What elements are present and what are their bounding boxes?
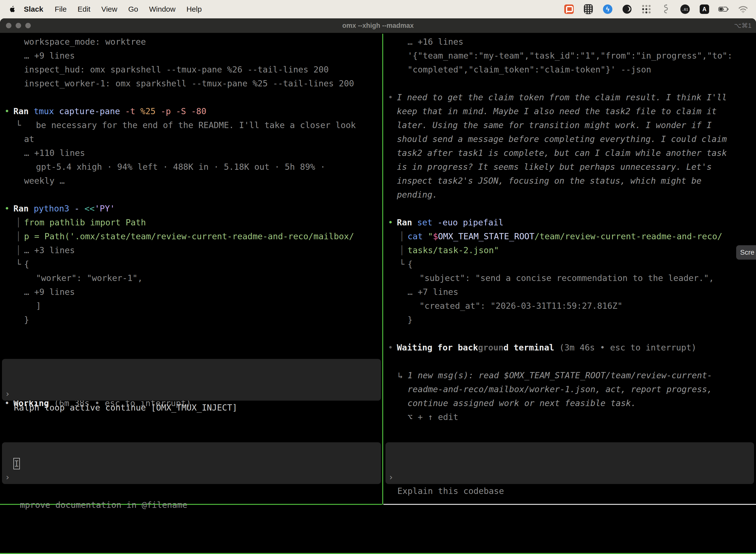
terminal-line: │cat "$OMX_TEAM_STATE_ROOT/team/review-c… <box>383 229 756 243</box>
terminal-line: } <box>0 313 382 327</box>
terminal-line: is in progress? It seems likely but perh… <box>383 160 756 174</box>
terminal-line: •Ran set -euo pipefail <box>383 215 756 229</box>
line-text: inspect_hud: omx sparkshell --tmux-pane … <box>24 63 329 76</box>
keyboard-a-icon[interactable]: A <box>699 4 710 15</box>
terminal-line: gpt-5.4 xhigh · 94% left · 488K in · 5.1… <box>0 160 382 174</box>
terminal-line: keep that in mind. Maybe I also need the… <box>383 104 756 118</box>
terminal-line: … +110 lines <box>0 146 382 160</box>
line-text: Ran set -euo pipefail <box>397 215 504 229</box>
terminal-line: └{ <box>383 257 756 271</box>
squiggle-icon[interactable] <box>660 4 671 15</box>
menu-item-window[interactable]: Window <box>144 0 181 18</box>
line-text: p = Path('.omx/state/team/review-current… <box>24 229 354 243</box>
terminal-line: readme-and-reco/mailbox/worker-1.json, a… <box>383 382 756 396</box>
ralph-loop-line: › Ralph loop active continue [OMX_TMUX_I… <box>2 373 381 387</box>
composer-input-right[interactable]: › Explain this codebase <box>385 442 754 484</box>
dot-grid-icon[interactable] <box>641 4 652 15</box>
terminal-line: workspace_mode: worktree <box>0 35 382 49</box>
terminal-line: "created_at": "2026-03-31T11:59:27.816Z" <box>383 299 756 313</box>
terminal-line: at <box>0 132 382 146</box>
composer-placeholder: Explain this codebase <box>397 484 504 498</box>
gutter-glyph-icon: └ <box>16 257 21 271</box>
terminal-line: "worker": "worker-1", <box>0 271 382 285</box>
terminal-line: … +16 lines <box>383 35 756 49</box>
line-text: is in progress? It seems likely but perh… <box>397 160 712 174</box>
line-text: inspect task2's JSON, focusing on the st… <box>397 174 701 188</box>
tmux-status-bar: [omx-cczip0:bash* "MacBook-Pro-44.local"… <box>0 553 756 554</box>
pie-crescent-icon[interactable] <box>622 4 632 15</box>
composer-left-line: › I mprove documentation in @filename <box>2 456 381 470</box>
line-text: from pathlib import Path <box>24 215 146 229</box>
terminal-line: '{"team_name":"my-team","task_id":"1","f… <box>383 49 756 63</box>
apple-menu-icon[interactable] <box>7 5 17 13</box>
line-text: 1 new msg(s): read $OMX_TEAM_STATE_ROOT/… <box>407 368 712 382</box>
ralph-loop-text: Ralph loop active continue [OMX_TMUX_INJ… <box>14 401 237 414</box>
line-text: gpt-5.4 xhigh · 94% left · 488K in · 5.1… <box>36 160 325 174</box>
bullet-icon: • <box>4 104 9 118</box>
prompt-chevron-icon: › <box>5 387 10 401</box>
line-text: … +7 lines <box>407 285 458 299</box>
menu-item-view[interactable]: View <box>96 0 123 18</box>
gutter-glyph-icon: ↳ <box>398 368 403 382</box>
line-text: "completed","claim_token":"claim-token"}… <box>407 63 651 76</box>
screen-edge-tooltip: Scre <box>736 245 756 260</box>
timer-61-icon[interactable]: ..61 <box>680 4 691 15</box>
menu-item-help[interactable]: Help <box>181 0 207 18</box>
battery-icon[interactable] <box>718 4 729 15</box>
line-text: … +9 lines <box>24 49 75 63</box>
menu-item-edit[interactable]: Edit <box>72 0 96 18</box>
line-text: '{"team_name":"my-team","task_id":"1","f… <box>407 49 733 63</box>
terminal-line: task2 after task1 is complete, but can I… <box>383 146 756 160</box>
pane-right-bottom-border <box>383 504 756 505</box>
prompt-chevron-icon: › <box>388 470 393 484</box>
terminal-line: should send a message before completing … <box>383 132 756 146</box>
line-text: weekly … <box>24 174 65 188</box>
bullet-icon: • <box>388 215 393 229</box>
line-text: … +3 lines <box>24 243 75 257</box>
terminal-window: omx --xhigh --madmax ⌥⌘1 workspace_mode:… <box>0 18 756 554</box>
menu-item-go[interactable]: Go <box>123 0 144 18</box>
chat-app-icon[interactable] <box>564 4 574 15</box>
macos-menu-bar: Slack File Edit View Go Window Help ϟ ..… <box>0 0 756 18</box>
bullet-icon: • <box>388 340 393 354</box>
blue-bolt-icon[interactable]: ϟ <box>602 4 613 15</box>
line-text: should send a message before completing … <box>397 132 727 146</box>
line-text: Waiting for background terminal (3m 46s … <box>397 340 696 354</box>
line-text: cat "$OMX_TEAM_STATE_ROOT/team/review-cu… <box>407 229 722 243</box>
line-text: keep that in mind. Maybe I also need the… <box>397 104 717 118</box>
shield-grid-icon[interactable] <box>583 4 594 15</box>
bullet-icon: • <box>388 90 393 104</box>
terminal-line: •Ran tmux capture-pane -t %25 -p -S -80 <box>0 104 382 118</box>
terminal-line: … +9 lines <box>0 285 382 299</box>
menu-status-icons: ϟ ..61 A <box>564 4 756 15</box>
line-text: { <box>407 257 413 271</box>
line-text: Ran tmux capture-pane -t %25 -p -S -80 <box>13 104 206 118</box>
line-text: I need to get the claim token from the c… <box>397 90 727 104</box>
line-text: later. Using the same for transition mig… <box>397 118 712 132</box>
line-text: task2 after task1 is complete, but can I… <box>397 146 727 160</box>
composer-right-line: › Explain this codebase <box>385 456 754 470</box>
wifi-icon[interactable] <box>738 4 749 15</box>
gutter-glyph-icon: │ <box>16 215 21 229</box>
line-text: at <box>24 132 34 146</box>
menu-left: Slack File Edit View Go Window Help <box>0 0 207 18</box>
text-cursor: I <box>13 458 20 469</box>
menu-item-app[interactable]: Slack <box>17 0 49 18</box>
gutter-glyph-icon: │ <box>16 229 21 243</box>
gutter-glyph-icon: │ <box>16 243 21 257</box>
menu-item-file[interactable]: File <box>49 0 72 18</box>
terminal-line: … +7 lines <box>383 285 756 299</box>
prompt-chevron-icon: › <box>5 470 10 484</box>
gutter-glyph-icon: └ <box>399 257 404 271</box>
line-text: readme-and-reco/mailbox/worker-1.json, a… <box>407 382 712 396</box>
terminal-line: inspect task2's JSON, focusing on the st… <box>383 174 756 188</box>
composer-placeholder: mprove documentation in @filename <box>20 498 188 512</box>
terminal-line: … +9 lines <box>0 49 382 63</box>
line-text: "worker": "worker-1", <box>36 271 143 285</box>
composer-input-left[interactable]: › I mprove documentation in @filename <box>2 442 381 484</box>
line-text: "created_at": "2026-03-31T11:59:27.816Z" <box>420 299 623 313</box>
terminal-line: │from pathlib import Path <box>0 215 382 229</box>
pane-divider[interactable] <box>382 34 383 505</box>
terminal-line: later. Using the same for transition mig… <box>383 118 756 132</box>
terminal-line: •Waiting for background terminal (3m 46s… <box>383 340 756 354</box>
